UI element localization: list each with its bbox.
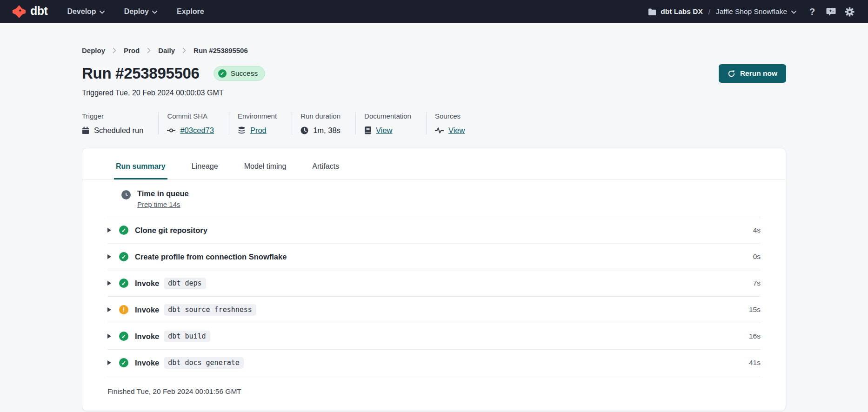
run-summary-card: Run summary Lineage Model timing Artifac… <box>82 148 786 411</box>
title-row: Run #253895506 Success Rerun now <box>82 64 786 83</box>
trigger-value: Scheduled run <box>94 126 143 135</box>
dbt-wordmark: dbt <box>30 5 47 18</box>
breadcrumb-current-run: Run #253895506 <box>194 47 248 54</box>
rerun-now-button[interactable]: Rerun now <box>719 64 786 83</box>
status-icon <box>119 252 128 261</box>
clock-icon <box>121 190 131 199</box>
page-title: Run #253895506 <box>82 65 200 82</box>
run-duration-value: 1m, 38s <box>313 126 341 135</box>
account-name: dbt Labs DX <box>661 7 702 16</box>
account-separator: / <box>707 8 712 16</box>
nav-right: dbt Labs DX / Jaffle Shop Snowflake ? <box>648 5 856 18</box>
book-icon <box>364 126 371 134</box>
dbt-logo-icon <box>12 5 26 19</box>
help-button[interactable]: ? <box>806 5 819 18</box>
nav-deploy[interactable]: Deploy <box>124 7 157 16</box>
tab-bar: Run summary Lineage Model timing Artifac… <box>82 148 786 179</box>
pulse-icon <box>435 127 444 134</box>
command-chip: dbt docs generate <box>164 357 244 369</box>
step-duration: 15s <box>749 306 761 314</box>
step-invoke-dbt-docs-generate[interactable]: Invoke dbt docs generate 41s <box>107 349 761 376</box>
status-icon <box>119 305 128 314</box>
refresh-icon <box>728 70 735 78</box>
breadcrumb-daily[interactable]: Daily <box>158 47 175 54</box>
step-duration: 41s <box>749 359 761 367</box>
status-badge: Success <box>214 66 266 81</box>
tab-model-timing[interactable]: Model timing <box>242 162 288 179</box>
documentation-view-link[interactable]: View <box>376 126 392 135</box>
top-navbar: dbt Develop Deploy Explore dbt Labs DX /… <box>0 0 868 23</box>
status-icon <box>119 226 128 235</box>
chevron-right-icon <box>113 47 116 53</box>
step-duration: 16s <box>749 332 761 340</box>
chat-bubble-icon <box>826 7 836 16</box>
calendar-icon <box>82 126 89 134</box>
sources-view-link[interactable]: View <box>448 126 465 135</box>
step-duration: 0s <box>753 253 761 261</box>
question-mark-icon: ? <box>809 7 815 17</box>
meta-commit-sha: Commit SHA #03ced73 <box>167 112 229 135</box>
expand-triangle-icon[interactable] <box>107 360 111 365</box>
meta-run-duration: Run duration 1m, 38s <box>300 112 356 135</box>
meta-trigger: Trigger Scheduled run <box>82 112 159 135</box>
meta-sources: Sources View <box>435 112 480 135</box>
status-icon <box>119 279 128 288</box>
chevron-down-icon <box>152 11 157 14</box>
nav-develop[interactable]: Develop <box>67 7 104 16</box>
breadcrumb-deploy[interactable]: Deploy <box>82 47 105 54</box>
database-icon <box>238 126 246 134</box>
environment-link[interactable]: Prod <box>250 126 267 135</box>
chevron-right-icon <box>147 47 151 53</box>
triggered-timestamp: Triggered Tue, 20 Feb 2024 00:00:03 GMT <box>82 89 786 97</box>
status-icon <box>119 358 128 367</box>
meta-environment: Environment Prod <box>238 112 292 135</box>
expand-triangle-icon[interactable] <box>107 281 111 286</box>
command-chip: dbt build <box>164 331 210 342</box>
command-chip: dbt deps <box>164 278 206 289</box>
step-create-profile[interactable]: Create profile from connection Snowflake… <box>107 243 761 270</box>
dbt-logo[interactable]: dbt <box>12 5 47 19</box>
meta-documentation: Documentation View <box>364 112 427 135</box>
step-invoke-dbt-deps[interactable]: Invoke dbt deps 7s <box>107 270 761 296</box>
step-clone-git-repository[interactable]: Clone git repository 4s <box>107 217 761 243</box>
expand-triangle-icon[interactable] <box>107 228 111 233</box>
breadcrumb-prod[interactable]: Prod <box>124 47 140 54</box>
account-project-switcher[interactable]: dbt Labs DX / Jaffle Shop Snowflake <box>648 7 796 16</box>
status-icon <box>119 332 128 341</box>
expand-triangle-icon[interactable] <box>107 334 111 339</box>
command-chip: dbt source freshness <box>164 304 256 316</box>
chevron-right-icon <box>182 47 186 53</box>
nav-explore[interactable]: Explore <box>177 7 204 16</box>
tab-artifacts[interactable]: Artifacts <box>310 162 341 179</box>
commit-sha-link[interactable]: #03ced73 <box>180 126 214 135</box>
settings-button[interactable] <box>843 5 856 18</box>
finished-timestamp: Finished Tue, 20 Feb 2024 00:01:56 GMT <box>107 376 761 408</box>
prep-time-link[interactable]: Prep time 14s <box>137 200 180 208</box>
tab-lineage[interactable]: Lineage <box>190 162 220 179</box>
step-duration: 7s <box>753 279 761 287</box>
step-duration: 4s <box>753 226 761 234</box>
gear-icon <box>845 7 855 17</box>
step-invoke-dbt-source-freshness[interactable]: Invoke dbt source freshness 15s <box>107 296 761 323</box>
run-detail-page: Deploy Prod Daily Run #253895506 Run #25… <box>0 47 868 411</box>
time-in-queue-row: Time in queue Prep time 14s <box>107 179 761 217</box>
step-invoke-dbt-build[interactable]: Invoke dbt build 16s <box>107 323 761 349</box>
git-commit-icon <box>167 126 175 134</box>
nav-menu: Develop Deploy Explore <box>67 7 204 16</box>
folder-icon <box>648 8 656 15</box>
check-circle-icon <box>218 69 227 78</box>
chevron-down-icon <box>100 11 105 14</box>
time-in-queue-title: Time in queue <box>137 189 189 198</box>
tab-run-summary[interactable]: Run summary <box>114 162 167 179</box>
feedback-button[interactable] <box>824 5 837 18</box>
run-meta-row: Trigger Scheduled run Commit SHA #03ced7… <box>82 112 786 135</box>
chevron-down-icon <box>791 11 796 14</box>
expand-triangle-icon[interactable] <box>107 254 111 259</box>
breadcrumb: Deploy Prod Daily Run #253895506 <box>82 47 786 54</box>
clock-icon <box>300 126 308 134</box>
project-name: Jaffle Shop Snowflake <box>716 7 787 16</box>
expand-triangle-icon[interactable] <box>107 307 111 312</box>
